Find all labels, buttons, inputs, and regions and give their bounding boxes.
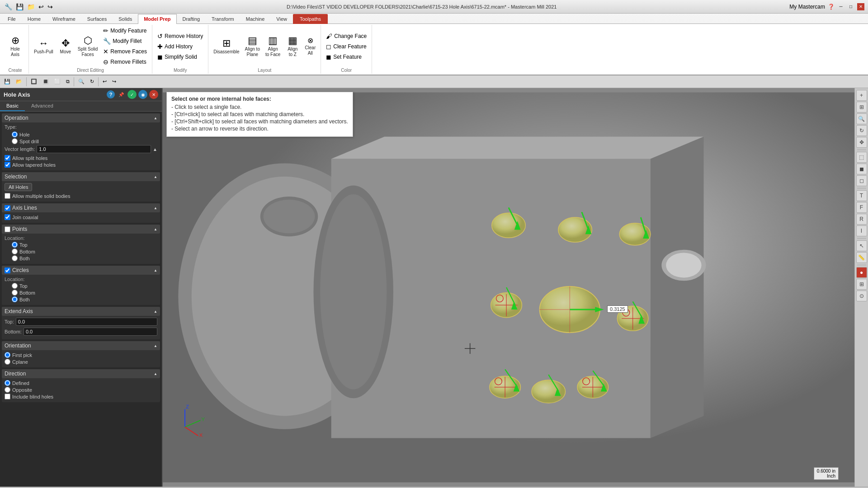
rt-select-btn[interactable]: ↖ <box>856 240 867 251</box>
points-both-radio[interactable] <box>12 255 18 261</box>
extend-top-input[interactable] <box>16 318 157 326</box>
vt-btn-6[interactable]: ⧉ <box>64 78 72 85</box>
operation-header[interactable]: Operation ▲ <box>2 113 160 122</box>
rt-top-view-btn[interactable]: T <box>856 190 867 201</box>
points-top-radio[interactable] <box>12 242 18 248</box>
rt-rotate-btn[interactable]: ↻ <box>856 125 867 136</box>
vt-zoom-btn[interactable]: 🔍 <box>76 78 87 85</box>
move-button[interactable]: ✥ Move <box>57 37 75 56</box>
remove-history-button[interactable]: ↺ Remove History <box>155 31 205 41</box>
defined-radio[interactable] <box>5 380 10 386</box>
all-holes-button[interactable]: All Holes <box>5 183 32 191</box>
tab-advanced[interactable]: Advanced <box>25 101 60 111</box>
rt-hidden-btn[interactable]: ◻ <box>856 175 867 186</box>
points-bottom-radio[interactable] <box>12 249 18 254</box>
tab-file[interactable]: File <box>2 14 22 24</box>
cplane-radio[interactable] <box>5 359 10 365</box>
allow-split-holes-checkbox[interactable] <box>5 155 10 161</box>
close-button[interactable]: ✕ <box>857 3 864 10</box>
redo-icon[interactable]: ↪ <box>47 2 54 11</box>
change-face-button[interactable]: 🖌 Change Face <box>324 31 369 41</box>
panel-help-button[interactable]: ? <box>107 90 115 99</box>
rt-pan-btn[interactable]: ✥ <box>856 137 867 148</box>
allow-tapered-holes-checkbox[interactable] <box>5 162 10 168</box>
simplify-solid-button[interactable]: ◼ Simplify Solid <box>155 52 205 62</box>
push-pull-button[interactable]: ↔ Push-Pull <box>32 37 56 56</box>
align-to-plane-button[interactable]: ▤ Align toPlane <box>243 34 262 59</box>
circles-both-radio[interactable] <box>12 296 18 302</box>
clear-all-button[interactable]: ⊗ ClearAll <box>302 35 318 58</box>
align-to-z-button[interactable]: ▦ Alignto Z <box>283 34 302 59</box>
circles-top-radio[interactable] <box>12 283 18 289</box>
points-header[interactable]: Points ▲ <box>2 225 160 234</box>
tab-toolpaths[interactable]: Toolpaths <box>293 14 328 24</box>
vt-btn-5[interactable]: ⬜ <box>52 78 63 85</box>
folder-icon[interactable]: 📁 <box>26 2 36 11</box>
rt-record-btn[interactable]: ● <box>856 267 867 278</box>
rt-grid-btn[interactable]: ⊞ <box>856 279 867 290</box>
panel-ok-button[interactable]: ✓ <box>127 90 137 99</box>
viewport[interactable]: Z Y X Select one or more internal hole f… <box>163 88 854 487</box>
rt-right-view-btn[interactable]: R <box>856 214 867 225</box>
my-mastercam-link[interactable]: My Mastercam <box>789 4 825 10</box>
split-solid-faces-button[interactable]: ⬡ Split SolidFaces <box>75 34 100 59</box>
tab-surfaces[interactable]: Surfaces <box>81 14 113 24</box>
rt-zoom-all-btn[interactable]: ⊞ <box>856 102 867 113</box>
tab-basic[interactable]: Basic <box>0 101 25 111</box>
tab-drafting[interactable]: Drafting <box>177 14 206 24</box>
spot-drill-radio[interactable] <box>12 138 18 144</box>
align-to-face-button[interactable]: ▥ Alignto Face <box>263 34 283 59</box>
minimize-button[interactable]: ─ <box>837 3 844 10</box>
vt-btn-4[interactable]: 🔳 <box>40 78 51 85</box>
rt-plus-btn[interactable]: + <box>856 90 867 101</box>
rt-snap-btn[interactable]: ⊙ <box>856 291 867 301</box>
tab-view[interactable]: View <box>270 14 293 24</box>
vt-btn-3[interactable]: 🔲 <box>28 78 39 85</box>
disassemble-button[interactable]: ⊞ Disassemble <box>211 37 241 56</box>
axis-lines-header[interactable]: Axis Lines ▲ <box>2 203 160 212</box>
panel-pin-button[interactable]: 📌 <box>117 90 126 99</box>
opposite-radio[interactable] <box>5 387 10 393</box>
tab-transform[interactable]: Transform <box>206 14 240 24</box>
circles-checkbox[interactable] <box>5 267 10 273</box>
maximize-button[interactable]: □ <box>847 3 854 10</box>
rt-zoom-window-btn[interactable]: 🔍 <box>856 113 867 124</box>
extend-bottom-input[interactable] <box>24 328 157 336</box>
panel-cancel-button[interactable]: ✕ <box>149 90 158 99</box>
selection-header[interactable]: Selection ▲ <box>2 172 160 181</box>
vt-btn-2[interactable]: 📂 <box>14 78 24 85</box>
tab-model-prep[interactable]: Model Prep <box>138 14 176 24</box>
direction-header[interactable]: Direction ▲ <box>2 369 160 378</box>
save-icon[interactable]: 💾 <box>15 2 24 11</box>
rt-front-view-btn[interactable]: F <box>856 202 867 213</box>
vt-rotate-btn[interactable]: ↻ <box>88 78 96 85</box>
hole-radio[interactable] <box>12 131 18 137</box>
tab-home[interactable]: Home <box>22 14 47 24</box>
panel-apply-button[interactable]: ◉ <box>138 90 147 99</box>
points-checkbox[interactable] <box>5 226 10 232</box>
modify-feature-button[interactable]: ✏ Modify Feature <box>101 26 149 36</box>
remove-fillets-button[interactable]: ⊖ Remove Fillets <box>101 57 149 67</box>
help-icon[interactable]: ❓ <box>828 4 835 10</box>
tab-machine[interactable]: Machine <box>240 14 271 24</box>
tab-solids[interactable]: Solids <box>113 14 138 24</box>
vector-length-input[interactable] <box>37 145 151 153</box>
vt-undo-btn[interactable]: ↩ <box>100 78 109 85</box>
orientation-header[interactable]: Orientation ▲ <box>2 341 160 350</box>
rt-measure-btn[interactable]: 📏 <box>856 252 867 263</box>
modify-fillet-button[interactable]: 🔧 Modify Fillet <box>101 36 149 46</box>
hole-axis-button[interactable]: ⊕ HoleAxis <box>6 34 24 59</box>
set-feature-button[interactable]: ◼ Set Feature <box>324 52 369 62</box>
first-pick-radio[interactable] <box>5 352 10 358</box>
remove-faces-button[interactable]: ✕ Remove Faces <box>101 47 149 56</box>
include-blind-holes-checkbox[interactable] <box>5 394 10 399</box>
tab-wireframe[interactable]: Wireframe <box>47 14 81 24</box>
join-coaxial-checkbox[interactable] <box>5 214 10 220</box>
add-history-button[interactable]: ✚ Add History <box>155 42 205 52</box>
rt-iso-view-btn[interactable]: I <box>856 225 867 236</box>
rt-shaded-btn[interactable]: ◼ <box>856 164 867 174</box>
extend-axis-header[interactable]: Extend Axis ▲ <box>2 307 160 316</box>
vt-btn-1[interactable]: 💾 <box>2 78 13 85</box>
rt-wireframe-btn[interactable]: ⬚ <box>856 152 867 163</box>
circles-header[interactable]: Circles ▲ <box>2 266 160 275</box>
